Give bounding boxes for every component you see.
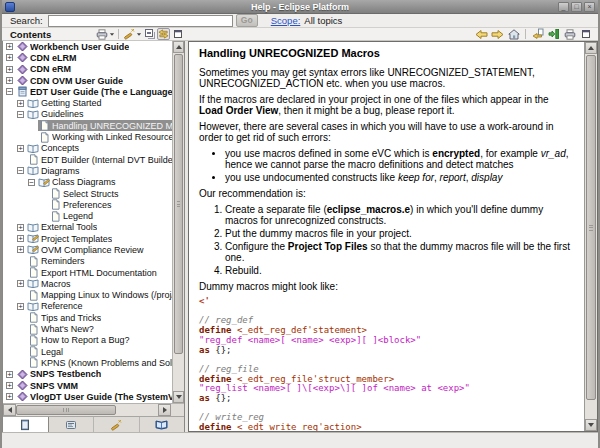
scroll-down-button[interactable] [585,419,597,431]
tree-item[interactable]: +Concepts [3,143,172,154]
link-with-contents-icon[interactable] [157,28,170,40]
expand-toggle-icon[interactable]: + [17,246,24,253]
tree-item[interactable]: +Project Templates [3,233,172,244]
tree-item[interactable]: Mapping Linux to Windows (/proj/ to [3,290,172,301]
collapse-toggle-icon[interactable]: − [28,179,35,186]
expand-toggle-icon[interactable]: + [6,77,13,84]
collapse-toggle-icon[interactable]: − [17,111,24,118]
scroll-up-button[interactable] [173,41,184,53]
home-icon[interactable] [507,28,520,40]
tree-item[interactable]: Legal [3,346,172,357]
expand-toggle-icon[interactable]: + [6,66,13,73]
contents-tab[interactable] [3,417,49,432]
expand-toggle-icon[interactable]: + [17,303,24,310]
tree-item[interactable]: EDT Builder (Internal DVT Builder) [3,154,172,165]
tree-item-label: CDN eLRM [30,53,77,63]
expand-toggle-icon[interactable]: + [17,145,24,152]
tree-hscrollbar-thumb[interactable] [16,405,116,415]
tree-item[interactable]: Select Structs [3,188,172,199]
doc-icon [49,188,61,199]
content-scrollbar-thumb[interactable] [586,55,596,400]
tree-item[interactable]: What's New? [3,323,172,334]
scope-link[interactable]: Scope: [271,15,301,26]
tree-item[interactable]: +Getting Started [3,97,172,108]
forward-icon[interactable] [491,28,504,40]
expand-toggle-icon[interactable]: + [6,382,13,389]
tree-item[interactable]: Preferences [3,199,172,210]
expand-toggle-icon[interactable]: + [17,224,24,231]
tree-vertical-scrollbar[interactable] [172,41,184,403]
tree-item[interactable]: Tips and Tricks [3,312,172,323]
tree-item-label: Legend [63,211,93,221]
expand-toggle-icon[interactable]: + [17,235,24,242]
maximize-view-icon[interactable] [171,28,184,40]
expand-toggle-icon[interactable]: + [17,100,24,107]
tree-item[interactable]: How to Report a Bug? [3,335,172,346]
scroll-down-button[interactable] [173,391,184,403]
tree-item-label: SNPS Testbench [30,369,101,379]
collapse-toggle-icon[interactable]: − [17,167,24,174]
tree-item[interactable]: Reminders [3,256,172,267]
collapse-all-icon[interactable] [143,28,156,40]
collapse-toggle-icon[interactable]: − [6,88,13,95]
tree-item[interactable]: +External Tools [3,222,172,233]
tree-item[interactable]: +CDN eRM [3,64,172,75]
doc-icon [49,211,61,222]
wand-menu-chevron-icon[interactable] [136,28,142,40]
book-icon [27,143,39,154]
tree-item[interactable]: +CDN eLRM [3,52,172,63]
contents-tree: +Workbench User Guide+CDN eLRM+CDN eRM+C… [3,41,172,403]
print-menu-chevron-icon[interactable] [109,28,115,40]
tree-item-label: Reference [41,301,83,311]
tree-item[interactable]: +Reference [3,301,172,312]
tree-item[interactable]: +SNPS Testbench [3,369,172,380]
expand-toggle-icon[interactable]: + [6,43,13,50]
back-icon[interactable] [475,28,488,40]
tree-item[interactable]: −Class Diagrams [3,177,172,188]
tree-item[interactable]: +SNPS VMM [3,380,172,391]
topic-content: Handling UNRECOGNIZED MacrosSometimes yo… [189,42,584,431]
show-in-toc-icon[interactable] [531,28,544,40]
search-input[interactable] [48,15,233,27]
expand-toggle-icon[interactable]: + [6,371,13,378]
add-bookmark-icon[interactable] [547,28,560,40]
tree-item-label: Legal [41,347,63,357]
scroll-right-button[interactable] [158,404,171,416]
content-vertical-scrollbar[interactable] [584,42,597,431]
expand-toggle-icon[interactable]: + [6,393,13,400]
maximize-content-icon[interactable] [579,28,592,40]
bookmarks-tab[interactable] [140,417,185,432]
tree-item[interactable]: +VlogDT User Guide (The SystemV [3,391,172,402]
tree-item[interactable]: KPNS (Known Problems and Solutio [3,357,172,368]
toc-icon [16,369,28,380]
scroll-left-button[interactable] [3,404,16,416]
list-item: you use undocumented constructs like kee… [225,172,574,183]
tree-item[interactable]: +Workbench User Guide [3,41,172,52]
index-tab[interactable] [49,417,95,432]
tree-item[interactable]: −Guidelines [3,109,172,120]
tree-item-label: CDN OVM User Guide [30,76,123,86]
expand-toggle-icon[interactable]: + [17,280,24,287]
tree-item[interactable]: −Diagrams [3,165,172,176]
tree-item[interactable]: Export HTML Documentation [3,267,172,278]
print-icon[interactable] [95,28,108,40]
tree-item-label: OVM Compliance Review [41,245,144,255]
titlebar: Help - Eclipse Platform _ □ × [2,0,598,14]
tree-scrollbar-thumb[interactable] [174,54,183,354]
toc-icon [16,52,28,63]
doc-icon [27,290,39,301]
expand-toggle-icon[interactable]: + [6,54,13,61]
scroll-up-button[interactable] [585,42,597,54]
tree-item[interactable]: +Macros [3,278,172,289]
print-topic-icon[interactable] [563,28,576,40]
tree-item[interactable]: −EDT User Guide (The e Language [3,86,172,97]
search-results-tab[interactable] [94,417,140,432]
tree-item[interactable]: Legend [3,210,172,221]
tree-item[interactable]: +OVM Compliance Review [3,244,172,255]
tree-horizontal-scrollbar[interactable] [3,403,184,416]
tree-item[interactable]: Handling UNRECOGNIZED Macros [3,120,172,131]
tree-item[interactable]: Working with Linked Resources ( [3,131,172,142]
wand-icon[interactable] [122,28,135,40]
tree-item[interactable]: +CDN OVM User Guide [3,75,172,86]
go-button[interactable]: Go [236,14,258,27]
